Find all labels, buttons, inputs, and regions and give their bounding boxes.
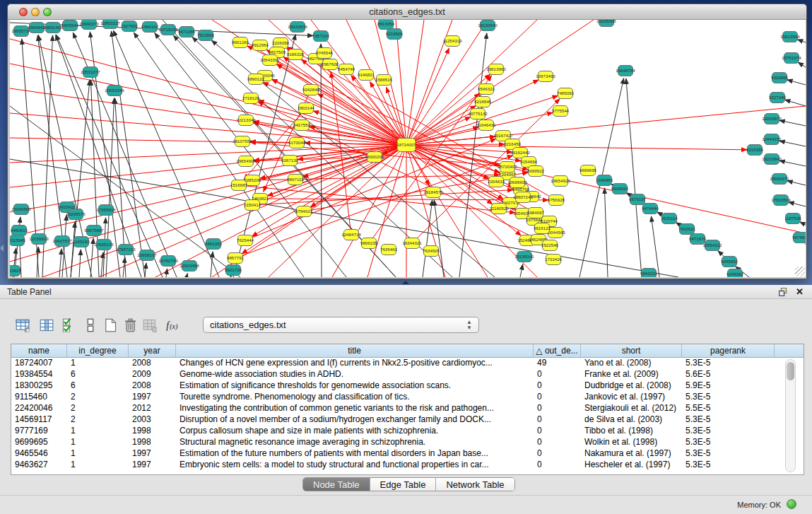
graph-node[interactable]: 2935114 xyxy=(661,214,678,224)
graph-node[interactable]: 9775544 xyxy=(552,106,570,117)
table-cell[interactable]: 1 xyxy=(67,460,129,471)
table-cell[interactable]: Estimation of significance thresholds fo… xyxy=(176,380,534,392)
table-cell[interactable]: 0 xyxy=(534,460,581,471)
new-table-button[interactable] xyxy=(102,317,119,334)
table-row[interactable]: 1938455462009Genome-wide association stu… xyxy=(11,369,804,380)
graph-node[interactable]: 9146821 xyxy=(358,70,375,81)
table-cell[interactable]: 2 xyxy=(67,414,129,426)
window-titlebar[interactable]: citations_edges.txt xyxy=(8,4,806,20)
table-cell[interactable]: de Silva et al. (2003) xyxy=(581,414,682,426)
row-height-button[interactable] xyxy=(82,317,99,334)
table-row[interactable]: 1456911722003Disruption of a novel membe… xyxy=(11,414,804,426)
table-cell[interactable]: 1997 xyxy=(129,448,176,460)
table-cell[interactable]: Hescheler et al. (1997) xyxy=(581,460,682,471)
graph-node[interactable]: 16344321 xyxy=(402,238,422,249)
column-header-pagerank[interactable]: pagerank xyxy=(682,344,775,357)
graph-node[interactable]: 15136141 xyxy=(514,252,534,262)
table-cell[interactable]: 1 xyxy=(67,437,129,448)
table-cell[interactable]: 2008 xyxy=(129,358,176,369)
left-collapse-arrow[interactable] xyxy=(0,245,4,252)
table-cell[interactable]: Jankovic et al. (1997) xyxy=(581,392,682,403)
table-cell[interactable]: 0 xyxy=(534,437,581,448)
graph-node[interactable]: 3315945 xyxy=(10,235,26,246)
table-cell[interactable]: 1 xyxy=(67,426,129,437)
close-panel-icon[interactable]: ✕ xyxy=(796,286,804,297)
table-cell[interactable]: 1997 xyxy=(129,460,176,471)
graph-node[interactable]: 8938924 xyxy=(611,184,629,194)
graph-node[interactable]: 12156829 xyxy=(29,234,49,245)
graph-node[interactable]: 17359928 xyxy=(96,205,116,216)
table-cell[interactable]: Franke et al. (2009) xyxy=(581,369,682,380)
graph-node[interactable]: 10427577 xyxy=(52,236,72,247)
table-cell[interactable]: 0 xyxy=(534,426,581,437)
table-cell[interactable]: 6 xyxy=(67,380,129,392)
table-cell[interactable]: 0 xyxy=(534,380,581,392)
table-cell[interactable]: 1997 xyxy=(129,392,176,403)
graph-node[interactable]: 1733426 xyxy=(545,255,563,265)
table-cell[interactable]: Genome-wide association studies in ADHD. xyxy=(176,369,534,380)
graph-node[interactable]: 12213343 xyxy=(236,115,256,126)
table-cell[interactable]: Yano et al. (2008) xyxy=(581,358,682,369)
graph-node[interactable]: 15913564 xyxy=(780,32,800,42)
graph-node[interactable]: 1516687 xyxy=(230,180,248,191)
graph-node[interactable]: 8267130 xyxy=(281,156,299,166)
table-cell[interactable]: 6 xyxy=(67,369,129,380)
table-settings-button[interactable] xyxy=(14,317,31,334)
graph-node[interactable]: 9699695 xyxy=(579,165,597,176)
graph-node[interactable]: 1588515 xyxy=(375,75,393,86)
tab-network-table[interactable]: Network Table xyxy=(436,478,514,491)
table-cell[interactable]: 9115460 xyxy=(11,392,67,403)
table-cell[interactable]: 1998 xyxy=(129,426,176,437)
table-cell[interactable]: Changes of HCN gene expression and I(f) … xyxy=(176,358,534,369)
graph-node[interactable]: 20053346 xyxy=(105,86,124,96)
graph-node[interactable]: 8099522 xyxy=(527,166,545,177)
graph-node[interactable]: 21635905 xyxy=(596,20,616,27)
graph-node[interactable]: 19654923 xyxy=(551,176,570,187)
graph-node[interactable]: 8867119 xyxy=(287,175,304,185)
table-cell[interactable]: Nakamura et al. (1997) xyxy=(581,448,682,460)
table-cell[interactable]: 0 xyxy=(534,414,581,426)
graph-node[interactable]: 2150413 xyxy=(244,200,261,211)
graph-node[interactable]: 15751074 xyxy=(782,53,801,64)
graph-node[interactable]: 6879197 xyxy=(629,194,647,205)
graph-node[interactable]: 18300295 xyxy=(365,152,384,163)
graph-node[interactable]: 8931726 xyxy=(225,265,242,276)
table-cell[interactable]: 1 xyxy=(67,448,129,460)
graph-node[interactable]: 9674534 xyxy=(792,233,806,243)
table-cell[interactable]: 5.6E-5 xyxy=(682,369,775,380)
graph-node[interactable]: 9605544 xyxy=(61,21,79,31)
graph-node[interactable]: 18775132 xyxy=(468,109,488,119)
table-cell[interactable]: 2012 xyxy=(129,403,176,414)
table-cell[interactable]: Tibbo et al. (1998) xyxy=(581,426,682,437)
graph-node[interactable]: 7635463 xyxy=(380,245,398,255)
graph-node[interactable]: 9984067 xyxy=(527,208,545,218)
graph-node[interactable]: 7625444 xyxy=(237,235,254,246)
table-selector-dropdown[interactable]: citations_edges.txt ▲▼ xyxy=(203,317,479,333)
graph-node[interactable]: 7634505 xyxy=(423,246,440,257)
graph-node[interactable]: 9756928 xyxy=(548,195,565,206)
table-cell[interactable]: 1998 xyxy=(129,437,176,448)
graph-node[interactable]: 5951393 xyxy=(205,239,223,250)
column-header-title[interactable]: title xyxy=(176,344,534,357)
table-cell[interactable]: 2009 xyxy=(129,369,176,380)
graph-node[interactable]: 9474444 xyxy=(642,204,659,214)
table-cell[interactable]: Stergiakouli et al. (2012) xyxy=(581,403,682,414)
table-cell[interactable]: 5.3E-5 xyxy=(682,392,775,403)
table-cell[interactable]: 5.3E-5 xyxy=(682,448,775,460)
table-row[interactable]: 1830029562008Estimation of significance … xyxy=(11,380,804,392)
graph-node[interactable]: 11254319 xyxy=(442,36,462,47)
graph-node[interactable]: 9463627 xyxy=(10,266,22,276)
table-row[interactable]: 977716911998Corpus callosum shape and si… xyxy=(11,426,804,437)
graph-node[interactable]: 8601283 xyxy=(232,37,249,48)
graph-node[interactable]: 9218506 xyxy=(386,29,404,40)
graph-node[interactable]: 7957224 xyxy=(312,31,330,42)
delete-table-button[interactable] xyxy=(141,317,158,334)
graph-node[interactable]: 10688609 xyxy=(507,177,527,188)
graph-node[interactable]: 9329966 xyxy=(771,73,789,83)
vertical-scrollbar[interactable] xyxy=(785,359,796,472)
graph-node[interactable]: 9794023 xyxy=(295,206,313,217)
table-cell[interactable]: 22420046 xyxy=(11,403,67,414)
graph-node[interactable]: 19184575 xyxy=(423,187,443,198)
function-builder-button[interactable]: f(x) xyxy=(164,317,181,334)
graph-node[interactable]: 1527602 xyxy=(121,21,139,32)
